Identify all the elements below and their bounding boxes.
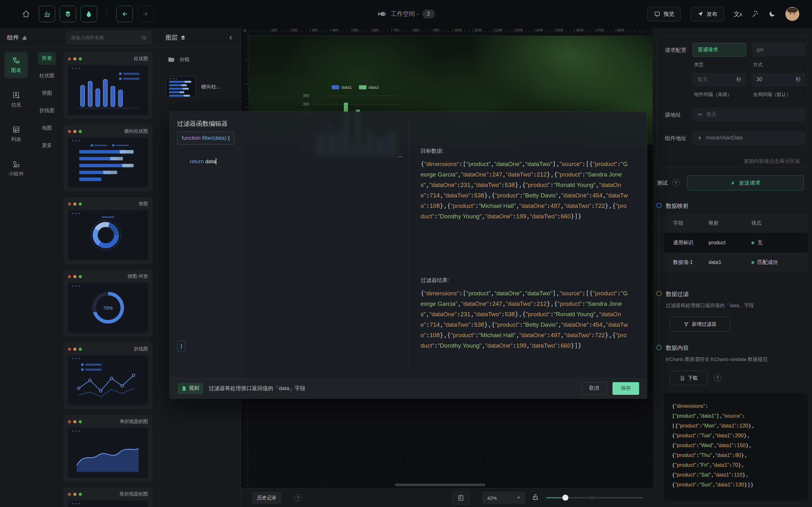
send-request-button[interactable]: 发送请求: [687, 175, 804, 190]
download-help-icon[interactable]: ?: [714, 374, 721, 382]
legend-item-data2[interactable]: data2: [359, 85, 379, 90]
redo-button[interactable]: [137, 6, 154, 22]
ruler-tick: [403, 31, 404, 32]
legend-label: data1: [341, 85, 352, 90]
chart-legend: data1 data2: [332, 85, 379, 90]
download-button[interactable]: 下载: [670, 371, 708, 385]
ruler-tick: [343, 31, 343, 32]
layer-group-item[interactable]: 分组: [159, 48, 241, 63]
ruler-tick: [247, 452, 249, 452]
filter-result-label: 过滤器结果:: [420, 277, 449, 284]
category-item-charts[interactable]: 图表: [4, 52, 28, 78]
data-content-json[interactable]: {"dimensions": ["product","data1"],"sour…: [664, 393, 808, 501]
ruler-tick: [326, 31, 327, 32]
save-button[interactable]: 保存: [612, 382, 639, 395]
ruler-tick: [247, 99, 249, 100]
undo-button[interactable]: [116, 6, 133, 22]
magic-button[interactable]: [751, 10, 759, 18]
ruler-tick: [590, 31, 591, 32]
workspace-title-group[interactable]: 工作空间 - 2: [377, 0, 435, 28]
subcategory-more[interactable]: 更多: [38, 139, 56, 152]
card-dot-green: [79, 57, 82, 60]
component-card-bar[interactable]: 柱状图: [63, 52, 153, 119]
category-item-widgets[interactable]: 小组件: [4, 156, 28, 182]
component-card-pie[interactable]: 饼图: [63, 197, 153, 264]
home-button[interactable]: [18, 6, 34, 22]
request-config-panel: 请求配置 普通请求 get 类型 方式 暂无秒 30秒 组件间隔（高级） 全局间…: [653, 28, 812, 507]
card-thumb-line-chart: [68, 355, 148, 405]
ruler-tick: [379, 31, 380, 32]
publish-button[interactable]: 发布: [691, 7, 724, 21]
ruler-tick: [448, 31, 449, 32]
request-type-select[interactable]: 普通请求: [693, 43, 746, 57]
download-file-icon: [680, 376, 685, 381]
component-url-input[interactable]: /mock/chartData: [693, 131, 806, 145]
category-item-info[interactable]: 信息: [4, 87, 28, 113]
subcategory-map[interactable]: 地图: [38, 122, 56, 135]
history-button[interactable]: 历史记录: [252, 492, 281, 504]
card-label: 饼图-环形: [128, 274, 148, 279]
mapping-row[interactable]: 通用标识 product 无: [664, 233, 808, 252]
magic-wand-icon: [751, 10, 759, 18]
collapse-panel-button[interactable]: [228, 35, 234, 41]
zoom-slider[interactable]: [546, 497, 643, 498]
code-function-signature[interactable]: function filter(data) {: [177, 131, 235, 145]
ruler-tick-major: [245, 83, 249, 84]
request-method-select[interactable]: get: [751, 43, 806, 57]
ruler-tick: [306, 31, 306, 32]
component-card-ring[interactable]: 饼图-环形 70%: [63, 270, 153, 337]
canvas-bottom-toolbar: 历史记录 ? 42%: [241, 488, 653, 507]
cancel-button[interactable]: 取消: [581, 382, 607, 395]
legend-swatch-data2: [359, 85, 366, 89]
chart-tool-button[interactable]: [39, 6, 55, 22]
category-item-list[interactable]: 列表: [4, 121, 28, 147]
layer-item-hbar[interactable]: 横向柱...: [163, 73, 236, 100]
pulse-icon: [698, 112, 703, 117]
lock-toggle[interactable]: [531, 493, 539, 501]
component-card-hbar[interactable]: 横向柱状图: [63, 124, 153, 192]
component-interval-input[interactable]: 暂无秒: [693, 72, 746, 87]
component-card-line[interactable]: 折线图: [63, 342, 153, 409]
zoom-slider-thumb[interactable]: [562, 495, 568, 501]
subcategory-pie[interactable]: 饼图: [38, 87, 56, 100]
rule-badge: 规则: [177, 383, 203, 394]
code-scrollbar[interactable]: [398, 156, 402, 157]
legend-item-data1[interactable]: data1: [332, 85, 352, 90]
language-button[interactable]: 文A: [734, 10, 742, 18]
history-help-icon[interactable]: ?: [294, 494, 302, 502]
timeline-connector: [658, 298, 659, 347]
subcategory-all[interactable]: 所有: [38, 52, 56, 65]
ruler-tick-major: [245, 107, 249, 107]
global-interval-input[interactable]: 30秒: [751, 72, 806, 87]
ruler-tick: [367, 31, 367, 32]
ruler-label: 500: [352, 28, 358, 32]
component-search-input[interactable]: [71, 35, 139, 40]
user-avatar[interactable]: [785, 7, 799, 21]
search-icon: [141, 35, 147, 41]
card-label: 柱状图: [134, 56, 148, 62]
add-filter-button[interactable]: 新增过滤器: [670, 317, 730, 331]
zoom-select[interactable]: 42%: [482, 492, 525, 504]
theme-toggle-button[interactable]: [768, 10, 776, 18]
drop-tool-button[interactable]: [81, 6, 97, 22]
ruler-tick: [247, 432, 249, 432]
layers-tool-button[interactable]: [60, 6, 76, 22]
code-editor-line[interactable]: return data: [190, 158, 216, 165]
ruler-tick: [322, 31, 322, 32]
component-card-area2[interactable]: 双折线面积图: [63, 487, 153, 507]
subcategory-line[interactable]: 折线图: [36, 104, 58, 117]
ruler-tick: [247, 407, 249, 408]
component-card-area[interactable]: 单折线面积图: [63, 415, 153, 482]
layout-toggle-button[interactable]: [452, 491, 470, 505]
test-help-icon[interactable]: ?: [672, 179, 679, 186]
preview-button[interactable]: 预览: [647, 7, 681, 21]
modal-divider-vertical: [409, 118, 409, 373]
horizontal-scrollbar[interactable]: [395, 484, 485, 486]
component-search[interactable]: [66, 31, 151, 45]
ruler-origin-icon: ◎: [243, 28, 247, 33]
ruler-tick: [387, 31, 388, 32]
mapping-row[interactable]: 数据项-1 data1 匹配成功: [664, 252, 808, 272]
source-url-input[interactable]: 暂无: [693, 107, 806, 121]
subcategory-bar[interactable]: 柱状图: [36, 69, 58, 82]
org-chart-icon: [12, 56, 20, 65]
